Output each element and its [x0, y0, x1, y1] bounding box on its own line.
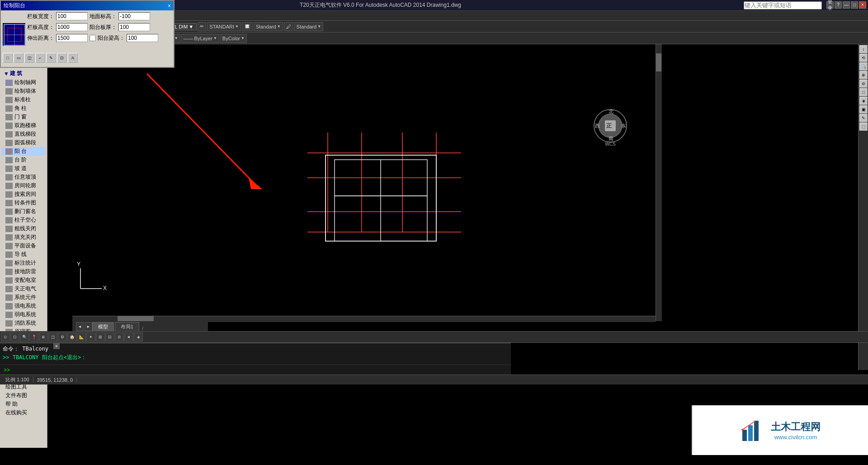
tab-plus[interactable]: /: [140, 326, 145, 331]
sidebar-item-floor-equip[interactable]: 平面设备: [2, 242, 45, 250]
rt-btn4[interactable]: ⊕: [859, 71, 868, 79]
sidebar-item-room-outline[interactable]: 房间轮廓: [2, 181, 45, 190]
rt-btn9[interactable]: ✎: [859, 114, 868, 122]
snap-btn5[interactable]: ⊕: [39, 332, 48, 342]
vertical-scrollbar[interactable]: [656, 44, 662, 321]
sidebar-item-stair1[interactable]: 双跑楼梯: [2, 121, 45, 130]
rt-btn5[interactable]: ⊖: [859, 80, 868, 88]
tab-nav-prev[interactable]: ◄: [76, 322, 84, 331]
sidebar-item-balcony[interactable]: 阳 台: [2, 147, 45, 156]
dialog-tb-btn3[interactable]: ◫: [24, 53, 34, 63]
command-area-close[interactable]: ×: [53, 343, 60, 349]
sidebar-item-del-dw[interactable]: 删门窗名: [2, 207, 45, 216]
rt-btn1[interactable]: ↕: [859, 45, 868, 53]
dialog-close-btn[interactable]: ×: [168, 3, 171, 9]
sidebar-item-stair2[interactable]: 直线梯段: [2, 130, 45, 138]
close-btn[interactable]: ×: [859, 1, 866, 9]
input-beam-height[interactable]: [127, 34, 158, 42]
dialog-tb-btn6[interactable]: ⊡: [57, 53, 67, 63]
standard1-dropdown[interactable]: STANDARI: [207, 22, 241, 31]
help-btn[interactable]: ?: [835, 1, 842, 9]
snap-btn1[interactable]: ⊙: [1, 332, 10, 342]
sidebar-item-elec[interactable]: 天正电气: [2, 285, 45, 293]
snap-btn15[interactable]: ◈: [134, 332, 143, 342]
snap-btn9[interactable]: 📐: [77, 332, 86, 342]
rt-btn2[interactable]: ⟲: [859, 54, 868, 62]
bycolor-dropdown[interactable]: ByColor: [220, 34, 247, 43]
dialog-tb-btn1[interactable]: □: [3, 53, 13, 63]
sidebar-item-thick-close[interactable]: 粗线关闭: [2, 224, 45, 233]
sidebar-item-syselem[interactable]: 系统元件: [2, 293, 45, 302]
sidebar-item-buy-online[interactable]: 在线购买: [2, 408, 45, 417]
tb-icon9[interactable]: 🔲: [242, 22, 253, 31]
sidebar-item-door-window[interactable]: 门 窗: [2, 113, 45, 121]
snap-btn10[interactable]: ✦: [86, 332, 95, 342]
sidebar-item-wall[interactable]: 绘制墙体: [2, 87, 45, 95]
sidebar-item-axis[interactable]: 绘制轴网: [2, 78, 45, 87]
tab-layout1[interactable]: 布局1: [115, 322, 139, 331]
snap-btn13[interactable]: ⊘: [115, 332, 124, 342]
syselem-icon: [5, 294, 13, 301]
sidebar-item-col[interactable]: 标准柱: [2, 95, 45, 104]
tab-nav-next[interactable]: ►: [85, 322, 92, 331]
snap-btn3[interactable]: 🔍: [20, 332, 29, 342]
sidebar-item-lightning[interactable]: 接地防雷: [2, 267, 45, 276]
sidebar-item-wire[interactable]: 导 线: [2, 250, 45, 259]
snap-btn2[interactable]: ⊡: [10, 332, 19, 342]
snap-btn7[interactable]: ⚙: [58, 332, 67, 342]
rt-btn10[interactable]: ⬚: [859, 123, 868, 131]
tb-icon10[interactable]: 🖊: [284, 22, 293, 31]
sidebar-item-substation[interactable]: 变配电室: [2, 276, 45, 285]
search-input[interactable]: [744, 1, 822, 9]
watermark-title: 土木工程网: [771, 420, 821, 434]
dialog-tb-btn7[interactable]: A: [68, 53, 78, 63]
sidebar-item-help[interactable]: 帮 助: [2, 400, 45, 408]
sidebar-item-search-room[interactable]: 搜索房间: [2, 190, 45, 199]
sidebar-item-convert[interactable]: 转条件图: [2, 199, 45, 207]
input-extension[interactable]: [56, 34, 88, 42]
login-btn[interactable]: 登录: [826, 1, 834, 9]
sidebar-item-stair3[interactable]: 圆弧梯段: [2, 138, 45, 147]
sidebar-item-hollow-col[interactable]: 柱子空心: [2, 216, 45, 224]
snap-btn8[interactable]: 🏠: [67, 332, 76, 342]
snap-btn11[interactable]: ⊞: [96, 332, 105, 342]
rt-btn6[interactable]: □: [859, 88, 868, 96]
sidebar-item-weak[interactable]: 弱电系统: [2, 310, 45, 319]
drawing-area[interactable]: Y X 北 南 东 西 正 WCS: [72, 44, 656, 321]
input-lanban-width[interactable]: [56, 12, 88, 20]
input-board-thickness[interactable]: [118, 23, 150, 31]
snap-btn14[interactable]: ★: [124, 332, 133, 342]
sidebar-item-ramp[interactable]: 坡 道: [2, 164, 45, 173]
sidebar-item-step[interactable]: 台 阶: [2, 156, 45, 164]
bylayer3-dropdown[interactable]: —— ByLayer: [181, 34, 219, 43]
input-lanban-height[interactable]: [56, 23, 88, 31]
command-input[interactable]: [12, 367, 509, 373]
standard2-dropdown[interactable]: Standard: [254, 22, 283, 31]
dialog-tb-btn5[interactable]: ✎: [46, 53, 56, 63]
sidebar-item-fire[interactable]: 消防系统: [2, 319, 45, 327]
snap-btn12[interactable]: ⊟: [105, 332, 114, 342]
sidebar-item-strong[interactable]: 强电系统: [2, 302, 45, 310]
minimize-btn[interactable]: —: [843, 1, 850, 9]
snap-btn6[interactable]: ◫: [48, 332, 57, 342]
dialog-title-bar[interactable]: 绘制阳台 ×: [1, 1, 174, 10]
tb-pencil[interactable]: ✏: [198, 22, 206, 31]
sidebar-item-stat[interactable]: 标注统计: [2, 259, 45, 267]
dialog-tb-btn2[interactable]: ▭: [14, 53, 24, 63]
rt-btn7[interactable]: ◈: [859, 97, 868, 105]
sidebar-item-file-layout[interactable]: 文件布图: [2, 391, 45, 400]
rt-btn3[interactable]: 🔍: [859, 62, 868, 71]
svg-text:南: 南: [609, 136, 613, 141]
sidebar-item-roof[interactable]: 任意坡顶: [2, 173, 45, 181]
tab-model[interactable]: 模型: [92, 322, 114, 331]
beam-height-checkbox[interactable]: [90, 35, 96, 41]
standard3-dropdown[interactable]: Standard: [294, 22, 324, 31]
sidebar-item-fill-close[interactable]: 填充关闭: [2, 233, 45, 242]
sidebar-item-corner-col[interactable]: 角 柱: [2, 104, 45, 113]
maximize-btn[interactable]: □: [851, 1, 858, 9]
snap-btn4[interactable]: 📍: [29, 332, 38, 342]
rt-btn8[interactable]: ▣: [859, 105, 868, 114]
scroll-thumb-v[interactable]: [656, 53, 661, 71]
dialog-tb-btn4[interactable]: ⌐: [35, 53, 45, 63]
input-dimian-height[interactable]: [118, 12, 150, 20]
